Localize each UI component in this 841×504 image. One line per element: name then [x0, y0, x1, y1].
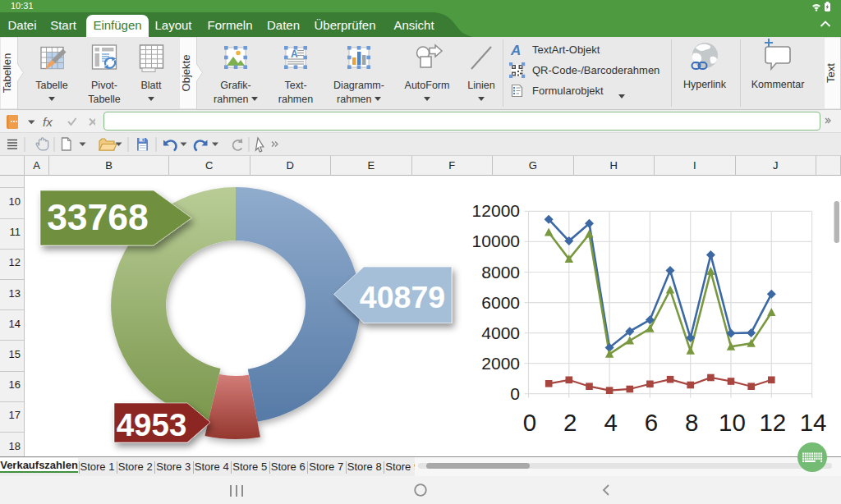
svg-text:12000: 12000 [472, 201, 520, 220]
svg-text:6: 6 [645, 409, 658, 436]
svg-text:8: 8 [685, 409, 698, 436]
svg-text:6000: 6000 [481, 293, 520, 312]
svg-text:A: A [291, 48, 298, 60]
svg-text:0: 0 [510, 384, 520, 403]
svg-text:8000: 8000 [481, 263, 520, 282]
svg-text:A: A [510, 43, 521, 58]
svg-text:10000: 10000 [472, 231, 520, 250]
svg-text:33768: 33768 [47, 197, 149, 237]
svg-text:4953: 4953 [117, 407, 187, 442]
svg-text:12: 12 [759, 409, 786, 436]
svg-text:2: 2 [563, 409, 577, 436]
svg-text:4: 4 [604, 409, 617, 436]
svg-text:14: 14 [800, 409, 827, 436]
svg-text:4000: 4000 [481, 323, 520, 342]
svg-text:10: 10 [719, 409, 746, 436]
svg-text:40879: 40879 [360, 280, 445, 314]
svg-text:fx: fx [43, 115, 53, 129]
svg-text:0: 0 [523, 409, 536, 436]
svg-text:2000: 2000 [481, 354, 520, 373]
